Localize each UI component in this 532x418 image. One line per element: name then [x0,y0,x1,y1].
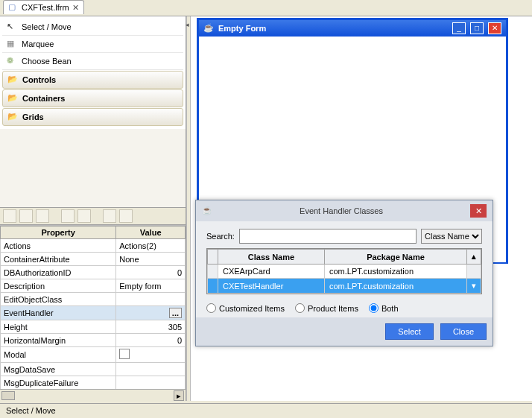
row-header [208,265,218,279]
property-name: Description [1,279,116,293]
status-bar: Select / Move [0,403,532,418]
dialog-close-button[interactable]: ✕ [470,204,487,218]
palette-item-bean[interactable]: Choose Bean [2,53,183,70]
property-row[interactable]: MsgDuplicateFailure [1,376,186,390]
property-row[interactable]: DescriptionEmpty form [1,279,186,293]
h-scrollbar[interactable]: ▸ [0,389,186,401]
editor-tab[interactable]: CXFTest.lfrm ✕ [3,0,84,14]
property-row[interactable]: ContainerAttributeNone [1,253,186,266]
palette-cat-label: Controls [22,75,56,84]
select-button[interactable]: Select [385,323,434,340]
marquee-icon [7,39,17,49]
property-row[interactable]: DBAuthorizationID0 [1,266,186,279]
palette-cat-grids[interactable]: Grids [2,108,183,126]
close-button[interactable]: ✕ [488,22,501,34]
property-name: Height [1,320,116,334]
cell-package: com.LPT.customization [324,265,466,279]
palette-cat-containers[interactable]: Containers [2,89,183,107]
class-grid: Class Name Package Name ▴ CXEArpCardcom.… [206,248,482,294]
properties-toolbar [0,207,186,225]
sort-za-button[interactable] [77,209,91,223]
toolbar-button[interactable] [3,209,16,223]
property-row[interactable]: EventHandler... [1,306,186,320]
radio-customized[interactable]: Customized Items [206,303,285,313]
property-value[interactable] [116,363,186,376]
tab-title: CXFTest.lfrm [22,3,69,12]
status-text: Select / Move [6,406,56,415]
scroll-up-button[interactable]: ▴ [467,250,481,265]
palette-cat-label: Grids [22,113,44,121]
property-row[interactable]: MsgDataSave [1,363,186,376]
property-row[interactable]: HorizontalMargin0 [1,334,186,347]
event-handler-dialog: Event Handler Classes ✕ Search: Class Na… [195,200,493,346]
property-row[interactable]: ActionsActions(2) [1,239,186,253]
col-class-name[interactable]: Class Name [218,250,325,265]
property-name: EditObjectClass [1,293,116,306]
property-value[interactable]: 0 [116,266,186,279]
search-by-select[interactable]: Class Name [421,229,482,244]
java-icon [203,23,214,34]
property-name: HorizontalMargin [1,334,116,347]
col-property[interactable]: Property [1,227,116,239]
property-value[interactable]: Actions(2) [116,239,186,253]
property-row[interactable]: EditObjectClass [1,293,186,306]
property-value[interactable]: 305 [116,320,186,334]
property-name: Modal [1,347,116,363]
close-icon[interactable]: ✕ [72,3,79,13]
property-value[interactable]: ... [116,306,186,320]
palette-cat-label: Containers [22,94,65,103]
close-button[interactable]: Close [440,323,487,340]
dialog-title: Event Handler Classes [212,206,470,215]
class-row[interactable]: CXETestHandlercom.LPT.customization▾ [208,279,481,294]
property-value[interactable] [116,347,186,363]
property-value[interactable]: Empty form [116,279,186,293]
sort-az-button[interactable] [61,209,75,223]
property-row[interactable]: Height305 [1,320,186,334]
scroll-down-button[interactable]: ▾ [467,279,481,294]
properties-panel: PropertyValue ActionsActions(2)Container… [0,225,186,389]
java-icon [202,206,212,216]
scrollbar-track[interactable] [467,265,481,279]
maximize-button[interactable]: □ [470,22,484,34]
class-row[interactable]: CXEArpCardcom.LPT.customization [208,265,481,279]
property-value[interactable] [116,376,186,390]
toolbar-button[interactable] [19,209,33,223]
form-icon [8,2,19,13]
palette-label: Marquee [22,39,54,48]
checkbox[interactable] [119,349,130,359]
palette-cat-controls[interactable]: Controls [2,71,183,89]
property-name: ContainerAttribute [1,253,116,266]
palette: Select / Move Marquee Choose Bean Contro… [0,16,186,129]
minimize-button[interactable]: _ [452,22,466,34]
radio-both[interactable]: Both [369,303,399,313]
toolbar-button[interactable] [103,209,116,223]
property-name: Actions [1,239,116,253]
property-value[interactable]: 0 [116,334,186,347]
property-row[interactable]: Modal [1,347,186,363]
search-input[interactable] [239,229,417,244]
cell-class: CXEArpCard [218,265,325,279]
bean-icon [7,56,17,66]
property-name: MsgDataSave [1,363,116,376]
folder-icon [7,93,18,104]
folder-icon [7,75,18,85]
palette-label: Select / Move [22,22,72,31]
window-title: Empty Form [218,24,266,33]
folder-icon [7,112,18,122]
toolbar-button[interactable] [36,209,49,223]
col-value[interactable]: Value [116,227,186,239]
search-label: Search: [206,232,235,241]
cell-class: CXETestHandler [218,279,325,294]
row-header [208,279,218,294]
ellipsis-button[interactable]: ... [169,308,182,318]
radio-product[interactable]: Product Items [295,303,358,313]
property-value[interactable] [116,293,186,306]
toolbar-button[interactable] [119,209,133,223]
property-name: EventHandler [1,306,116,320]
property-value[interactable]: None [116,253,186,266]
cell-package: com.LPT.customization [324,279,466,294]
col-package-name[interactable]: Package Name [324,250,466,265]
palette-label: Choose Bean [22,57,72,66]
palette-item-marquee[interactable]: Marquee [2,36,183,53]
palette-item-select[interactable]: Select / Move [2,19,183,36]
